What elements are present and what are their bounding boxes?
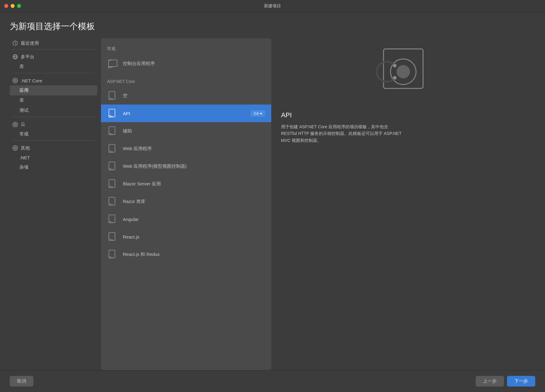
template-item-helper[interactable]: 辅助 bbox=[101, 122, 271, 140]
template-label-razorlib: Razor 类库 bbox=[123, 199, 265, 205]
svg-point-14 bbox=[109, 60, 110, 61]
svg-rect-18 bbox=[109, 91, 115, 99]
template-item-reactredux[interactable]: React.js 和 Redux bbox=[101, 246, 271, 263]
sidebar-item-other-label: 其他 bbox=[21, 145, 30, 151]
svg-rect-24 bbox=[109, 127, 115, 135]
sidebar-section-cloud: 云 常规 bbox=[10, 119, 97, 141]
svg-point-51 bbox=[393, 64, 397, 67]
divider bbox=[12, 49, 95, 50]
svg-point-6 bbox=[15, 80, 16, 81]
sidebar-item-other-dotnet[interactable]: .NET bbox=[10, 153, 97, 162]
sidebar: 最近使用 多平台 库 bbox=[10, 38, 101, 370]
template-item-razorlib[interactable]: Razor 类库 bbox=[101, 193, 271, 210]
sidebar-item-multiplatform-label: 多平台 bbox=[21, 54, 34, 60]
template-item-empty[interactable]: 空 bbox=[101, 87, 271, 105]
svg-point-52 bbox=[393, 76, 397, 80]
template-item-console[interactable]: 控制台应用程序 bbox=[101, 55, 271, 72]
next-button[interactable]: 下一步 bbox=[507, 376, 535, 387]
template-label-reactredux: React.js 和 Redux bbox=[123, 252, 265, 257]
sidebar-section-netcore: .NET Core 应用 库 测试 bbox=[10, 76, 97, 117]
template-item-angular[interactable]: Angular bbox=[101, 210, 271, 228]
prev-button[interactable]: 上一步 bbox=[476, 376, 504, 387]
template-lang-badge-api[interactable]: C# ▾ bbox=[251, 110, 265, 117]
template-icon-helper bbox=[107, 125, 119, 137]
sidebar-section-other: 其他 .NET 杂项 bbox=[10, 143, 97, 172]
template-item-webapp[interactable]: Web 应用程序 bbox=[101, 140, 271, 157]
preview-area bbox=[281, 44, 526, 105]
sidebar-item-netcore-lib[interactable]: 库 bbox=[10, 95, 97, 105]
template-icon-empty bbox=[107, 90, 119, 101]
other-icon bbox=[12, 145, 18, 151]
sidebar-item-netcore[interactable]: .NET Core bbox=[10, 76, 97, 85]
cloud-icon bbox=[12, 121, 18, 127]
sidebar-item-cloud[interactable]: 云 bbox=[10, 119, 97, 129]
template-icon-blazor bbox=[107, 178, 119, 190]
svg-point-16 bbox=[108, 66, 110, 68]
svg-rect-13 bbox=[109, 60, 117, 67]
sidebar-item-netcore-test[interactable]: 测试 bbox=[10, 105, 97, 115]
sidebar-item-other[interactable]: 其他 bbox=[10, 143, 97, 153]
svg-rect-30 bbox=[109, 162, 115, 170]
svg-rect-21 bbox=[109, 109, 115, 117]
svg-point-50 bbox=[397, 65, 410, 78]
template-item-api[interactable]: API C# ▾ bbox=[101, 105, 271, 122]
globe-icon bbox=[12, 54, 18, 60]
minimize-button[interactable] bbox=[11, 4, 15, 8]
svg-rect-42 bbox=[109, 232, 115, 240]
svg-point-9 bbox=[15, 124, 16, 125]
sidebar-item-multiplatform[interactable]: 多平台 bbox=[10, 52, 97, 62]
main-content: 为新项目选择一个模板 最近使用 bbox=[0, 12, 545, 370]
template-label-blazor: Blazor Server 应用 bbox=[123, 181, 265, 187]
detail-panel: API 用于创建 ASP.NET Core 应用程序的项目模板，其中包含 RES… bbox=[271, 38, 535, 370]
template-item-blazor[interactable]: Blazor Server 应用 bbox=[101, 175, 271, 193]
cancel-button[interactable]: 取消 bbox=[10, 376, 33, 387]
svg-point-15 bbox=[110, 60, 111, 61]
sidebar-item-cloud-general[interactable]: 常规 bbox=[10, 129, 97, 139]
sidebar-item-netcore-app[interactable]: 应用 bbox=[10, 85, 97, 95]
divider bbox=[12, 117, 95, 117]
svg-rect-45 bbox=[109, 250, 115, 258]
preview-icon-container bbox=[373, 44, 434, 99]
detail-description: 用于创建 ASP.NET Core 应用程序的项目模板，其中包含 RESTful… bbox=[281, 123, 403, 144]
sidebar-item-multiplatform-lib[interactable]: 库 bbox=[10, 62, 97, 72]
template-icon-webappmvc bbox=[107, 160, 119, 172]
page-title: 为新项目选择一个模板 bbox=[10, 21, 535, 32]
dotnet-icon bbox=[12, 77, 18, 84]
svg-rect-39 bbox=[109, 215, 115, 223]
svg-rect-33 bbox=[109, 180, 115, 187]
template-label-console: 控制台应用程序 bbox=[123, 61, 265, 67]
sidebar-section-recent: 最近使用 bbox=[10, 38, 97, 50]
divider bbox=[12, 140, 95, 141]
preview-icon bbox=[374, 46, 432, 98]
divider bbox=[12, 73, 95, 73]
sidebar-item-recent[interactable]: 最近使用 bbox=[10, 38, 97, 48]
template-label-angular: Angular bbox=[123, 217, 265, 222]
sidebar-item-netcore-label: .NET Core bbox=[21, 78, 42, 83]
section-label-aspnetcore: ASP.NET Core bbox=[101, 77, 271, 87]
chevron-down-icon: ▾ bbox=[260, 111, 262, 116]
sidebar-item-other-misc[interactable]: 杂项 bbox=[10, 162, 97, 172]
template-label-reactjs: React.js bbox=[123, 234, 265, 239]
template-item-webappmvc[interactable]: Web 应用程序(模型视图控制器) bbox=[101, 157, 271, 175]
content-area: 最近使用 多平台 库 bbox=[10, 38, 535, 370]
clock-icon bbox=[12, 40, 18, 46]
svg-rect-36 bbox=[109, 197, 115, 205]
template-icon-angular bbox=[107, 213, 119, 225]
template-list: 常规 控制台应用程序 ASP.NET Core bbox=[101, 38, 271, 370]
template-icon-razorlib bbox=[107, 196, 119, 207]
bottom-right-buttons: 上一步 下一步 bbox=[476, 376, 535, 387]
maximize-button[interactable] bbox=[17, 4, 21, 8]
template-icon-reactjs bbox=[107, 231, 119, 242]
sidebar-section-multiplatform: 多平台 库 bbox=[10, 52, 97, 73]
template-item-reactjs[interactable]: React.js bbox=[101, 228, 271, 246]
template-icon-webapp bbox=[107, 143, 119, 154]
template-icon-reactredux bbox=[107, 249, 119, 260]
svg-point-12 bbox=[15, 148, 16, 149]
section-label-general: 常规 bbox=[101, 44, 271, 55]
titlebar-buttons bbox=[4, 4, 21, 8]
template-label-webapp: Web 应用程序 bbox=[123, 146, 265, 152]
close-button[interactable] bbox=[4, 4, 8, 8]
titlebar: 新建项目 bbox=[0, 0, 545, 12]
template-label-empty: 空 bbox=[123, 93, 265, 99]
svg-rect-27 bbox=[109, 144, 115, 152]
